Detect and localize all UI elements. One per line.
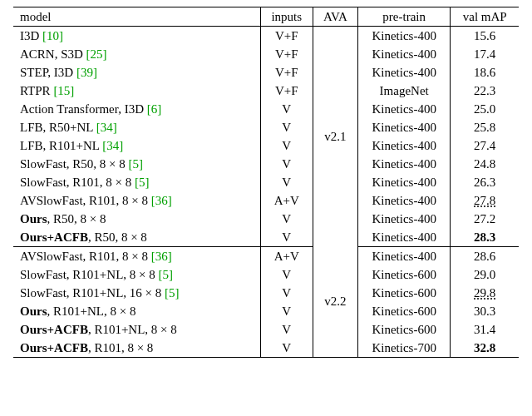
pretrain: Kinetics-400 [357, 173, 451, 191]
table-header-row: model inputs AVA pre-train val mAP [13, 7, 519, 27]
model-name: Ours, R50, 8 × 8 [13, 210, 260, 228]
table-row: ACRN, S3D [25]V+FKinetics-40017.4 [13, 45, 519, 63]
model-name: Action Transformer, I3D [6] [13, 100, 260, 118]
val-map: 25.0 [451, 100, 519, 118]
pretrain: Kinetics-400 [357, 228, 451, 247]
model-name: Ours+ACFB, R50, 8 × 8 [13, 228, 260, 247]
inputs: V [260, 136, 313, 155]
inputs: V [260, 284, 313, 302]
model-name: Ours+ACFB, R101+NL, 8 × 8 [13, 320, 260, 339]
val-map: 32.8 [451, 339, 519, 358]
model-name: RTPR [15] [13, 82, 260, 100]
inputs: V [260, 302, 313, 320]
caption-stub [13, 358, 519, 361]
col-model: model [13, 7, 260, 27]
table-row: STEP, I3D [39]V+FKinetics-40018.6 [13, 63, 519, 82]
val-map: 29.8 [451, 284, 519, 302]
citation: [39] [76, 66, 97, 79]
page: model inputs AVA pre-train val mAP I3D [… [0, 0, 532, 416]
table-row: AVSlowFast, R101, 8 × 8 [36]A+VKinetics-… [13, 191, 519, 210]
col-pretrain: pre-train [357, 7, 451, 27]
citation: [5] [135, 176, 150, 189]
citation: [34] [102, 139, 123, 152]
pretrain: Kinetics-400 [357, 118, 451, 136]
val-map: 27.2 [451, 210, 519, 228]
ava-version: v2.1 [313, 27, 357, 247]
col-valmap: val mAP [451, 7, 519, 27]
table-row: SlowFast, R50, 8 × 8 [5]VKinetics-40024.… [13, 155, 519, 173]
inputs: A+V [260, 191, 313, 210]
pretrain: Kinetics-400 [357, 136, 451, 155]
inputs: V [260, 173, 313, 191]
table-row: Ours+ACFB, R101, 8 × 8VKinetics-70032.8 [13, 339, 519, 358]
citation: [6] [147, 102, 162, 116]
citation: [36] [151, 250, 172, 263]
pretrain: Kinetics-600 [357, 302, 451, 320]
results-table: model inputs AVA pre-train val mAP I3D [… [13, 7, 519, 358]
pretrain: Kinetics-400 [357, 210, 451, 228]
citation: [10] [42, 29, 63, 42]
pretrain: Kinetics-600 [357, 320, 451, 339]
val-map: 25.8 [451, 118, 519, 136]
table-row: AVSlowFast, R101, 8 × 8 [36]A+Vv2.2Kinet… [13, 247, 519, 266]
model-name: SlowFast, R101+NL, 16 × 8 [5] [13, 284, 260, 302]
inputs: V [260, 118, 313, 136]
val-map: 31.4 [451, 320, 519, 339]
inputs: V+F [260, 45, 313, 63]
model-name: LFB, R101+NL [34] [13, 136, 260, 155]
table-body: I3D [10]V+Fv2.1Kinetics-40015.6ACRN, S3D… [13, 27, 519, 358]
table-row: LFB, R101+NL [34]VKinetics-40027.4 [13, 136, 519, 155]
col-inputs: inputs [260, 7, 313, 27]
pretrain: Kinetics-400 [357, 100, 451, 118]
inputs: V [260, 100, 313, 118]
val-map: 15.6 [451, 27, 519, 46]
pretrain: Kinetics-400 [357, 45, 451, 63]
inputs: V [260, 228, 313, 247]
model-name: LFB, R50+NL [34] [13, 118, 260, 136]
table-row: LFB, R50+NL [34]VKinetics-40025.8 [13, 118, 519, 136]
model-name: Ours, R101+NL, 8 × 8 [13, 302, 260, 320]
pretrain: Kinetics-400 [357, 63, 451, 82]
table-row: Action Transformer, I3D [6]VKinetics-400… [13, 100, 519, 118]
val-map: 22.3 [451, 82, 519, 100]
col-ava: AVA [313, 7, 357, 27]
inputs: V [260, 210, 313, 228]
model-name: STEP, I3D [39] [13, 63, 260, 82]
pretrain: Kinetics-400 [357, 191, 451, 210]
table-row: SlowFast, R101+NL, 16 × 8 [5]VKinetics-6… [13, 284, 519, 302]
model-name: Ours+ACFB, R101, 8 × 8 [13, 339, 260, 358]
inputs: V+F [260, 82, 313, 100]
inputs: V [260, 265, 313, 284]
inputs: V+F [260, 27, 313, 46]
model-name: I3D [10] [13, 27, 260, 46]
pretrain: Kinetics-400 [357, 27, 451, 46]
val-map: 29.0 [451, 265, 519, 284]
pretrain: Kinetics-600 [357, 284, 451, 302]
citation: [15] [53, 84, 74, 97]
ava-version: v2.2 [313, 247, 357, 358]
model-name: AVSlowFast, R101, 8 × 8 [36] [13, 191, 260, 210]
citation: [36] [151, 194, 172, 207]
model-name: SlowFast, R101+NL, 8 × 8 [5] [13, 265, 260, 284]
val-map: 27.4 [451, 136, 519, 155]
table-row: SlowFast, R101+NL, 8 × 8 [5]VKinetics-60… [13, 265, 519, 284]
val-map: 27.8 [451, 191, 519, 210]
val-map: 18.6 [451, 63, 519, 82]
citation: [25] [86, 47, 107, 61]
inputs: A+V [260, 247, 313, 266]
pretrain: Kinetics-400 [357, 155, 451, 173]
citation: [34] [96, 121, 117, 134]
pretrain: ImageNet [357, 82, 451, 100]
inputs: V [260, 155, 313, 173]
val-map: 24.8 [451, 155, 519, 173]
model-name: SlowFast, R50, 8 × 8 [5] [13, 155, 260, 173]
table-row: Ours+ACFB, R50, 8 × 8VKinetics-40028.3 [13, 228, 519, 247]
table-row: Ours+ACFB, R101+NL, 8 × 8VKinetics-60031… [13, 320, 519, 339]
val-map: 28.6 [451, 247, 519, 266]
pretrain: Kinetics-600 [357, 265, 451, 284]
val-map: 26.3 [451, 173, 519, 191]
table-row: I3D [10]V+Fv2.1Kinetics-40015.6 [13, 27, 519, 46]
inputs: V [260, 339, 313, 358]
table-row: SlowFast, R101, 8 × 8 [5]VKinetics-40026… [13, 173, 519, 191]
table-row: RTPR [15]V+FImageNet22.3 [13, 82, 519, 100]
